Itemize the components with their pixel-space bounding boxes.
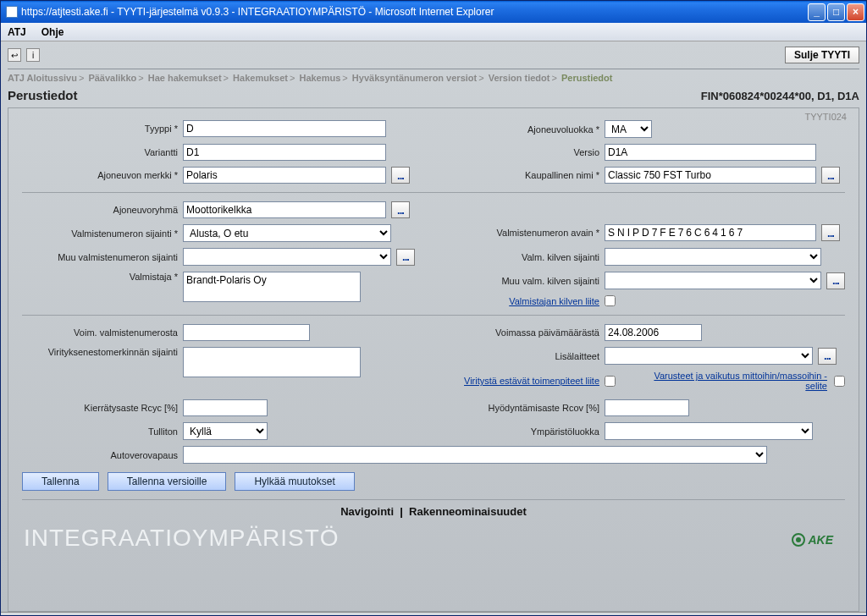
valm-avain-lookup-button[interactable]: ... [821,224,840,241]
back-icon[interactable]: ↩ [8,48,21,62]
page-code: FIN*060824*00244*00, D1, D1A [701,90,859,102]
muu-kilven-sijainti-lookup-button[interactable]: ... [826,272,845,289]
virityksenesto-textarea[interactable] [183,347,361,377]
bc-item[interactable]: Version tiedot [489,73,550,83]
bc-item[interactable]: Päävalikko [88,73,136,83]
tyyppi-input[interactable] [183,120,386,137]
muu-kilven-sijainti-select[interactable] [605,272,821,289]
label-rcov: Hyödyntämisaste Rcov [%] [444,403,605,413]
viritys-liite-link[interactable]: Viritystä estävät toimenpiteet liite [464,376,599,386]
bc-item[interactable]: Hyväksyntänumeron versiot [352,73,477,83]
label-kilven-liite[interactable]: Valmistajan kilven liite [509,296,599,306]
save-button[interactable]: Tallenna [22,472,99,491]
label-kaupallinen: Kaupallinen nimi * [444,170,605,180]
label-muu-kilven-sijainti: Muu valm. kilven sijainti [444,276,605,286]
status-bar [1,612,866,615]
label-valm-avain: Valmistenumeron avain * [444,228,605,238]
close-button[interactable]: × [847,3,864,21]
tulliton-select[interactable]: Kyllä [183,422,268,440]
lisalaitteet-select[interactable] [605,347,813,365]
page-title: Perustiedot [8,88,78,102]
kaupallinen-input[interactable] [605,167,816,184]
label-versio: Versio [444,147,605,157]
valmistaja-textarea[interactable]: Brandt-Polaris Oy [183,272,361,302]
muu-valm-sijainti-lookup-button[interactable]: ... [396,249,415,266]
autoverovapaus-select[interactable] [183,446,767,464]
label-merkki: Ajoneuvon merkki * [22,170,183,180]
label-voimassa-pvm: Voimassa päivämäärästä [444,327,605,338]
varusteet-selite-link[interactable]: Varusteet ja vaikutus mittoihin/massoihi… [649,371,827,391]
label-lisalaitteet: Lisälaitteet [444,351,605,361]
label-ajoneuvoryhma: Ajoneuvoryhmä [22,205,183,215]
toolbar: ↩ i Sulje TYYTI [8,45,859,69]
label-tyyppi: Tyyppi * [22,124,183,134]
lisalaitteet-lookup-button[interactable]: ... [818,348,837,365]
label-ymparistoluokka: Ympäristöluokka [444,426,605,437]
bc-item[interactable]: ATJ Aloitussivu [8,73,77,83]
ake-logo: AKE [792,533,833,547]
close-tyyti-button[interactable]: Sulje TYYTI [785,47,859,63]
kaupallinen-lookup-button[interactable]: ... [821,167,840,184]
label-ajoneuvoluokka: Ajoneuvoluokka * [444,124,605,135]
label-valmistaja: Valmistaja * [22,272,183,282]
label-virityksenesto: Virityksenestomerkinnän sijainti [22,347,183,357]
kilven-sijainti-select[interactable] [605,248,821,266]
varusteet-selite-checkbox[interactable] [834,376,845,387]
ajoneuvoryhma-input[interactable] [183,201,386,218]
voimassa-pvm-input[interactable] [605,324,702,341]
maximize-button[interactable]: □ [827,3,845,21]
rcov-input[interactable] [605,399,689,416]
screen-id: TYYTI024 [804,112,847,122]
reject-button[interactable]: Hylkää muutokset [235,472,354,491]
label-autoverovapaus: Autoverovapaus [22,450,183,460]
label-muu-valm-sijainti: Muu valmistenumeron sijainti [22,252,183,262]
label-valm-sijainti: Valmistenumeron sijainti * [22,228,183,239]
breadcrumb: ATJ Aloitussivu> Päävalikko> Hae hakemuk… [8,71,859,88]
environment-label: INTEGRAATIOYMPÄRISTÖ [22,523,845,552]
label-kilven-sijainti: Valm. kilven sijainti [444,252,605,262]
page-icon [6,6,18,18]
merkki-lookup-button[interactable]: ... [391,167,410,184]
muu-valm-sijainti-select[interactable] [183,248,391,266]
label-rcyc: Kierrätysaste Rcyc [%] [22,403,183,413]
minimize-button[interactable]: _ [808,3,826,21]
bc-item[interactable]: Hakemus [299,73,340,83]
form-panel: TYYTI024 Tyyppi * Ajoneuvoluokka * MA Va… [8,107,859,612]
menu-item-ohje[interactable]: Ohje [41,26,64,38]
menu-item-atj[interactable]: ATJ [8,26,26,38]
nav-link-navigointi[interactable]: Navigointi [340,505,394,518]
bc-item[interactable]: Hakemukset [233,73,288,83]
window-titlebar: https://atjtesti.ake.fi - TYYTI-järjeste… [1,1,866,23]
voim-valm-input[interactable] [183,324,310,341]
versio-input[interactable] [605,144,816,161]
kilven-liite-checkbox[interactable] [605,295,616,306]
variantti-input[interactable] [183,144,386,161]
info-icon[interactable]: i [26,48,40,62]
label-tulliton: Tulliton [22,426,183,437]
window-title: https://atjtesti.ake.fi - TYYTI-järjeste… [21,6,808,18]
viritys-liite-checkbox[interactable] [605,376,616,387]
label-variantti: Variantti [22,147,183,157]
bc-item[interactable]: Hae hakemukset [148,73,222,83]
ymparistoluokka-select[interactable] [605,422,813,440]
valm-sijainti-select[interactable]: Alusta, O etu [183,224,391,242]
menubar: ATJ Ohje [1,23,866,41]
rcyc-input[interactable] [183,399,268,416]
nav-link-rakenne[interactable]: Rakenneominaisuudet [409,505,527,518]
valm-avain-input[interactable] [605,224,816,241]
bc-item: Perustiedot [561,73,613,83]
save-versions-button[interactable]: Tallenna versioille [108,472,227,491]
label-voim-valm: Voim. valmistenumerosta [22,327,183,338]
ajoneuvoryhma-lookup-button[interactable]: ... [391,201,410,218]
merkki-input[interactable] [183,167,386,184]
ajoneuvoluokka-select[interactable]: MA [605,120,652,138]
